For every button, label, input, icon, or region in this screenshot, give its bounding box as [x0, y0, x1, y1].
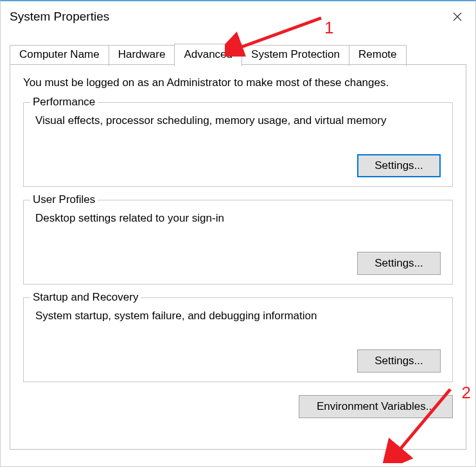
performance-legend: Performance — [30, 96, 98, 109]
env-variables-row: Environment Variables... — [23, 395, 453, 418]
admin-info-text: You must be logged on as an Administrato… — [23, 76, 453, 89]
titlebar: System Properties — [1, 1, 475, 32]
user-profiles-button-row: Settings... — [35, 252, 441, 275]
user-profiles-group: User Profiles Desktop settings related t… — [23, 200, 453, 285]
startup-recovery-settings-button[interactable]: Settings... — [357, 349, 441, 373]
startup-recovery-desc: System startup, system failure, and debu… — [35, 310, 441, 322]
annotation-label-2: 2 — [462, 383, 471, 403]
performance-group: Performance Visual effects, processor sc… — [23, 102, 453, 187]
tab-remote[interactable]: Remote — [349, 45, 407, 66]
performance-settings-button[interactable]: Settings... — [357, 154, 441, 177]
system-properties-window: System Properties Computer Name Hardware… — [0, 0, 476, 467]
user-profiles-desc: Desktop settings related to your sign-in — [35, 212, 441, 225]
startup-recovery-group: Startup and Recovery System startup, sys… — [23, 297, 453, 382]
tab-hardware[interactable]: Hardware — [109, 45, 175, 66]
tab-advanced[interactable]: Advanced — [174, 44, 242, 65]
window-title: System Properties — [10, 10, 109, 24]
performance-desc: Visual effects, processor scheduling, me… — [35, 114, 441, 127]
tab-strip: Computer Name Hardware Advanced System P… — [10, 44, 475, 65]
annotation-label-1: 1 — [324, 18, 333, 38]
advanced-panel: You must be logged on as an Administrato… — [10, 64, 466, 450]
close-icon — [453, 12, 462, 21]
tab-computer-name[interactable]: Computer Name — [10, 45, 109, 66]
user-profiles-settings-button[interactable]: Settings... — [357, 252, 441, 275]
close-button[interactable] — [448, 8, 466, 26]
startup-recovery-legend: Startup and Recovery — [30, 291, 141, 304]
user-profiles-legend: User Profiles — [30, 193, 98, 206]
environment-variables-button[interactable]: Environment Variables... — [299, 395, 453, 418]
tab-system-protection[interactable]: System Protection — [242, 45, 349, 66]
startup-recovery-button-row: Settings... — [35, 349, 441, 373]
performance-button-row: Settings... — [35, 154, 441, 177]
